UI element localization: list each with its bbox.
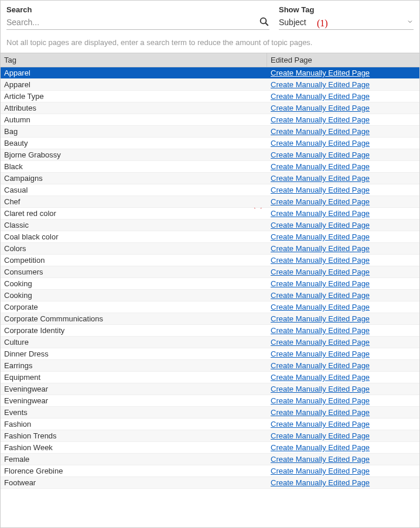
table-row[interactable]: Fashion TrendsCreate Manually Edited Pag… [1, 430, 419, 442]
showtag-select[interactable]: Subject [279, 15, 414, 30]
create-page-link[interactable]: Create Manually Edited Page [271, 431, 370, 440]
create-page-link[interactable]: Create Manually Edited Page [271, 68, 370, 77]
create-page-link[interactable]: Create Manually Edited Page [271, 361, 370, 370]
create-page-link[interactable]: Create Manually Edited Page [271, 197, 370, 206]
table-row[interactable]: Coal black colorCreate Manually Edited P… [1, 231, 419, 243]
create-page-link[interactable]: Create Manually Edited Page [271, 92, 370, 101]
edited-cell: Create Manually Edited Page [267, 208, 419, 219]
tag-cell: Claret red color [1, 208, 267, 219]
tag-cell: Attributes [1, 102, 267, 114]
table-row[interactable]: Claret red colorCreate Manually Edited P… [1, 208, 419, 220]
table-row[interactable]: Fashion WeekCreate Manually Edited Page [1, 442, 419, 454]
search-icon[interactable] [257, 16, 269, 29]
table-row[interactable]: EventsCreate Manually Edited Page [1, 407, 419, 419]
table-row[interactable]: CultureCreate Manually Edited Page [1, 337, 419, 348]
tag-cell: Florence Grebine [1, 465, 267, 476]
table-row[interactable]: CookingCreate Manually Edited Page [1, 278, 419, 290]
tag-cell: Casual [1, 184, 267, 196]
edited-cell: Create Manually Edited Page [267, 313, 419, 324]
tag-cell: Earrings [1, 360, 267, 371]
table-row[interactable]: ColorsCreate Manually Edited Page [1, 243, 419, 255]
table-row[interactable]: BeautyCreate Manually Edited Page [1, 138, 419, 149]
create-page-link[interactable]: Create Manually Edited Page [271, 221, 370, 229]
table-row[interactable]: BagCreate Manually Edited Page [1, 126, 419, 138]
create-page-link[interactable]: Create Manually Edited Page [271, 326, 370, 335]
edited-cell: Create Manually Edited Page [267, 372, 419, 383]
create-page-link[interactable]: Create Manually Edited Page [271, 314, 370, 323]
create-page-link[interactable]: Create Manually Edited Page [271, 279, 370, 288]
table-row[interactable]: ChefCreate Manually Edited Page [1, 196, 419, 208]
showtag-value: Subject [279, 18, 407, 27]
table-row[interactable]: BlackCreate Manually Edited Page [1, 161, 419, 173]
tag-cell: Apparel [1, 67, 267, 78]
create-page-link[interactable]: Create Manually Edited Page [271, 291, 370, 300]
edited-cell: Create Manually Edited Page [267, 173, 419, 184]
column-header-edited[interactable]: Edited Page [267, 53, 419, 67]
create-page-link[interactable]: Create Manually Edited Page [271, 303, 370, 311]
edited-cell: Create Manually Edited Page [267, 91, 419, 102]
table-row[interactable]: Dinner DressCreate Manually Edited Page [1, 348, 419, 360]
table-row[interactable]: ApparelCreate Manually Edited Page [1, 79, 419, 91]
table-row[interactable]: CookingCreate Manually Edited Page [1, 290, 419, 301]
create-page-link[interactable]: Create Manually Edited Page [271, 186, 370, 194]
table-row[interactable]: EarringsCreate Manually Edited Page [1, 360, 419, 372]
create-page-link[interactable]: Create Manually Edited Page [271, 478, 370, 487]
table-row[interactable]: EveningwearCreate Manually Edited Page [1, 383, 419, 395]
edited-cell: Create Manually Edited Page [267, 102, 419, 114]
create-page-link[interactable]: Create Manually Edited Page [271, 467, 370, 475]
table-row[interactable]: Florence GrebineCreate Manually Edited P… [1, 465, 419, 477]
create-page-link[interactable]: Create Manually Edited Page [271, 455, 370, 464]
create-page-link[interactable]: Create Manually Edited Page [271, 338, 370, 347]
table-row[interactable]: Article TypeCreate Manually Edited Page [1, 91, 419, 102]
create-page-link[interactable]: Create Manually Edited Page [271, 349, 370, 358]
create-page-link[interactable]: Create Manually Edited Page [271, 420, 370, 428]
tag-cell: Cooking [1, 290, 267, 301]
create-page-link[interactable]: Create Manually Edited Page [271, 396, 370, 405]
create-page-link[interactable]: Create Manually Edited Page [271, 115, 370, 124]
table-row[interactable]: FootwearCreate Manually Edited Page [1, 477, 419, 489]
table-scroll[interactable]: Tag Edited Page ApparelCreate Manually E… [1, 53, 419, 527]
create-page-link[interactable]: Create Manually Edited Page [271, 80, 370, 89]
table-row[interactable]: Bjorne GrabossyCreate Manually Edited Pa… [1, 149, 419, 161]
create-page-link[interactable]: Create Manually Edited Page [271, 209, 370, 218]
create-page-link[interactable]: Create Manually Edited Page [271, 244, 370, 253]
table-row[interactable]: CampaignsCreate Manually Edited Page [1, 173, 419, 184]
table-row[interactable]: Corporate IdentityCreate Manually Edited… [1, 325, 419, 337]
edited-cell: Create Manually Edited Page [267, 419, 419, 430]
tag-cell: Competition [1, 255, 267, 266]
create-page-link[interactable]: Create Manually Edited Page [271, 373, 370, 382]
create-page-link[interactable]: Create Manually Edited Page [271, 174, 370, 183]
create-page-link[interactable]: Create Manually Edited Page [271, 139, 370, 148]
table-row[interactable]: EveningwearCreate Manually Edited Page [1, 395, 419, 407]
create-page-link[interactable]: Create Manually Edited Page [271, 232, 370, 241]
table-row[interactable]: AttributesCreate Manually Edited Page [1, 102, 419, 114]
tag-cell: Fashion Trends [1, 430, 267, 441]
table-row[interactable]: AutumnCreate Manually Edited Page [1, 114, 419, 126]
create-page-link[interactable]: Create Manually Edited Page [271, 385, 370, 393]
create-page-link[interactable]: Create Manually Edited Page [271, 104, 370, 112]
edited-cell: Create Manually Edited Page [267, 301, 419, 313]
table-row[interactable]: ConsumersCreate Manually Edited Page [1, 266, 419, 278]
table-header: Tag Edited Page [1, 53, 419, 67]
create-page-link[interactable]: Create Manually Edited Page [271, 408, 370, 417]
create-page-link[interactable]: Create Manually Edited Page [271, 268, 370, 276]
table-row[interactable]: CompetitionCreate Manually Edited Page [1, 255, 419, 266]
create-page-link[interactable]: Create Manually Edited Page [271, 443, 370, 452]
table-row[interactable]: FemaleCreate Manually Edited Page [1, 454, 419, 465]
edited-cell: Create Manually Edited Page [267, 278, 419, 289]
table-row[interactable]: CorporateCreate Manually Edited Page [1, 301, 419, 313]
table-row[interactable]: Corporate CommmunicationsCreate Manually… [1, 313, 419, 325]
column-header-tag[interactable]: Tag [1, 53, 267, 67]
table-row[interactable]: EquipmentCreate Manually Edited Page [1, 372, 419, 383]
create-page-link[interactable]: Create Manually Edited Page [271, 127, 370, 136]
table-row[interactable]: FashionCreate Manually Edited Page [1, 419, 419, 430]
create-page-link[interactable]: Create Manually Edited Page [271, 150, 370, 159]
search-input[interactable] [6, 15, 257, 29]
create-page-link[interactable]: Create Manually Edited Page [271, 162, 370, 171]
edited-cell: Create Manually Edited Page [267, 465, 419, 476]
create-page-link[interactable]: Create Manually Edited Page [271, 256, 370, 265]
edited-cell: Create Manually Edited Page [267, 67, 419, 78]
table-row[interactable]: ApparelCreate Manually Edited Page [1, 67, 419, 79]
table-row[interactable]: ClassicCreate Manually Edited Page [1, 220, 419, 231]
table-row[interactable]: CasualCreate Manually Edited Page [1, 184, 419, 196]
